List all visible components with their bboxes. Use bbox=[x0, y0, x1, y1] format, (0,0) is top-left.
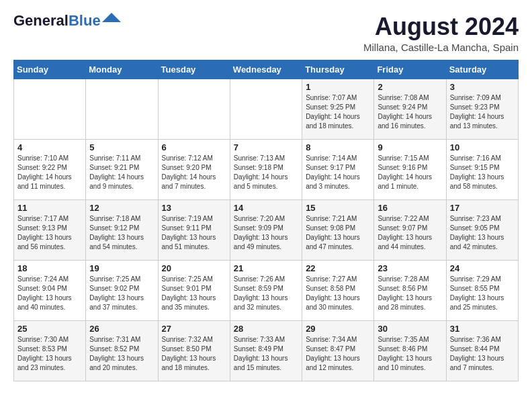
day-number: 19 bbox=[89, 263, 154, 273]
day-number: 1 bbox=[306, 82, 370, 92]
calendar-cell: 3Sunrise: 7:09 AM Sunset: 9:23 PM Daylig… bbox=[446, 79, 518, 139]
cell-text: Sunrise: 7:27 AM Sunset: 8:58 PM Dayligh… bbox=[306, 275, 370, 312]
cell-text: Sunrise: 7:10 AM Sunset: 9:22 PM Dayligh… bbox=[17, 154, 82, 191]
cell-text: Sunrise: 7:08 AM Sunset: 9:24 PM Dayligh… bbox=[378, 93, 442, 131]
day-headers-row: SundayMondayTuesdayWednesdayThursdayFrid… bbox=[14, 60, 519, 79]
cell-text: Sunrise: 7:07 AM Sunset: 9:25 PM Dayligh… bbox=[306, 93, 370, 131]
calendar-cell bbox=[86, 79, 158, 139]
day-number: 14 bbox=[234, 203, 298, 213]
calendar-cell: 6Sunrise: 7:12 AM Sunset: 9:20 PM Daylig… bbox=[158, 139, 230, 199]
calendar-cell: 1Sunrise: 7:07 AM Sunset: 9:25 PM Daylig… bbox=[302, 79, 374, 139]
cell-text: Sunrise: 7:20 AM Sunset: 9:09 PM Dayligh… bbox=[234, 214, 298, 252]
cell-text: Sunrise: 7:16 AM Sunset: 9:15 PM Dayligh… bbox=[450, 154, 515, 191]
day-header-friday: Friday bbox=[374, 60, 446, 79]
calendar-cell: 25Sunrise: 7:30 AM Sunset: 8:53 PM Dayli… bbox=[14, 320, 86, 381]
day-number: 24 bbox=[450, 263, 515, 273]
cell-text: Sunrise: 7:33 AM Sunset: 8:49 PM Dayligh… bbox=[234, 335, 298, 373]
day-number: 2 bbox=[378, 82, 442, 92]
calendar-week-row: 25Sunrise: 7:30 AM Sunset: 8:53 PM Dayli… bbox=[14, 320, 519, 381]
page-header: GeneralBlue August 2024 Millana, Castill… bbox=[13, 13, 519, 53]
logo-blue: Blue bbox=[69, 12, 101, 29]
cell-text: Sunrise: 7:18 AM Sunset: 9:12 PM Dayligh… bbox=[89, 214, 154, 252]
cell-text: Sunrise: 7:29 AM Sunset: 8:55 PM Dayligh… bbox=[450, 275, 515, 312]
day-header-wednesday: Wednesday bbox=[230, 60, 302, 79]
cell-text: Sunrise: 7:21 AM Sunset: 9:08 PM Dayligh… bbox=[306, 214, 370, 252]
cell-text: Sunrise: 7:31 AM Sunset: 8:52 PM Dayligh… bbox=[89, 335, 154, 373]
cell-text: Sunrise: 7:09 AM Sunset: 9:23 PM Dayligh… bbox=[450, 93, 515, 131]
day-number: 28 bbox=[234, 324, 298, 334]
calendar-cell: 21Sunrise: 7:26 AM Sunset: 8:59 PM Dayli… bbox=[230, 260, 302, 320]
logo: GeneralBlue bbox=[13, 13, 121, 28]
day-number: 6 bbox=[162, 142, 226, 152]
day-number: 22 bbox=[306, 263, 370, 273]
calendar-body: 1Sunrise: 7:07 AM Sunset: 9:25 PM Daylig… bbox=[14, 79, 519, 381]
cell-text: Sunrise: 7:30 AM Sunset: 8:53 PM Dayligh… bbox=[17, 335, 82, 373]
calendar-cell: 28Sunrise: 7:33 AM Sunset: 8:49 PM Dayli… bbox=[230, 320, 302, 381]
day-header-thursday: Thursday bbox=[302, 60, 374, 79]
calendar-week-row: 1Sunrise: 7:07 AM Sunset: 9:25 PM Daylig… bbox=[14, 79, 519, 139]
cell-text: Sunrise: 7:25 AM Sunset: 9:01 PM Dayligh… bbox=[162, 275, 226, 312]
calendar-header: SundayMondayTuesdayWednesdayThursdayFrid… bbox=[14, 60, 519, 79]
calendar-cell: 27Sunrise: 7:32 AM Sunset: 8:50 PM Dayli… bbox=[158, 320, 230, 381]
calendar-cell: 14Sunrise: 7:20 AM Sunset: 9:09 PM Dayli… bbox=[230, 199, 302, 260]
cell-text: Sunrise: 7:13 AM Sunset: 9:18 PM Dayligh… bbox=[234, 154, 298, 191]
calendar-week-row: 18Sunrise: 7:24 AM Sunset: 9:04 PM Dayli… bbox=[14, 260, 519, 320]
day-number: 29 bbox=[306, 324, 370, 334]
calendar-cell: 5Sunrise: 7:11 AM Sunset: 9:21 PM Daylig… bbox=[86, 139, 158, 199]
calendar-cell: 19Sunrise: 7:25 AM Sunset: 9:02 PM Dayli… bbox=[86, 260, 158, 320]
day-number: 8 bbox=[306, 142, 370, 152]
cell-text: Sunrise: 7:28 AM Sunset: 8:56 PM Dayligh… bbox=[378, 275, 442, 312]
day-number: 27 bbox=[162, 324, 226, 334]
day-number: 21 bbox=[234, 263, 298, 273]
calendar-table: SundayMondayTuesdayWednesdayThursdayFrid… bbox=[13, 60, 519, 381]
calendar-cell: 8Sunrise: 7:14 AM Sunset: 9:17 PM Daylig… bbox=[302, 139, 374, 199]
calendar-cell: 24Sunrise: 7:29 AM Sunset: 8:55 PM Dayli… bbox=[446, 260, 518, 320]
day-number: 16 bbox=[378, 203, 442, 213]
cell-text: Sunrise: 7:17 AM Sunset: 9:13 PM Dayligh… bbox=[17, 214, 82, 252]
calendar-cell: 30Sunrise: 7:35 AM Sunset: 8:46 PM Dayli… bbox=[374, 320, 446, 381]
calendar-cell: 2Sunrise: 7:08 AM Sunset: 9:24 PM Daylig… bbox=[374, 79, 446, 139]
cell-text: Sunrise: 7:32 AM Sunset: 8:50 PM Dayligh… bbox=[162, 335, 226, 373]
calendar-cell: 18Sunrise: 7:24 AM Sunset: 9:04 PM Dayli… bbox=[14, 260, 86, 320]
cell-text: Sunrise: 7:24 AM Sunset: 9:04 PM Dayligh… bbox=[17, 275, 82, 312]
day-number: 18 bbox=[17, 263, 82, 273]
calendar-cell: 4Sunrise: 7:10 AM Sunset: 9:22 PM Daylig… bbox=[14, 139, 86, 199]
day-number: 9 bbox=[378, 142, 442, 152]
cell-text: Sunrise: 7:25 AM Sunset: 9:02 PM Dayligh… bbox=[89, 275, 154, 312]
calendar-cell: 23Sunrise: 7:28 AM Sunset: 8:56 PM Dayli… bbox=[374, 260, 446, 320]
day-number: 26 bbox=[89, 324, 154, 334]
calendar-cell: 15Sunrise: 7:21 AM Sunset: 9:08 PM Dayli… bbox=[302, 199, 374, 260]
day-header-saturday: Saturday bbox=[446, 60, 518, 79]
logo-general: General bbox=[13, 12, 69, 29]
calendar-cell: 29Sunrise: 7:34 AM Sunset: 8:47 PM Dayli… bbox=[302, 320, 374, 381]
cell-text: Sunrise: 7:36 AM Sunset: 8:44 PM Dayligh… bbox=[450, 335, 515, 373]
calendar-cell bbox=[230, 79, 302, 139]
day-number: 7 bbox=[234, 142, 298, 152]
day-number: 23 bbox=[378, 263, 442, 273]
calendar-cell: 17Sunrise: 7:23 AM Sunset: 9:05 PM Dayli… bbox=[446, 199, 518, 260]
cell-text: Sunrise: 7:35 AM Sunset: 8:46 PM Dayligh… bbox=[378, 335, 442, 373]
calendar-cell: 20Sunrise: 7:25 AM Sunset: 9:01 PM Dayli… bbox=[158, 260, 230, 320]
day-number: 30 bbox=[378, 324, 442, 334]
day-header-monday: Monday bbox=[86, 60, 158, 79]
svg-marker-0 bbox=[102, 13, 121, 22]
calendar-cell: 12Sunrise: 7:18 AM Sunset: 9:12 PM Dayli… bbox=[86, 199, 158, 260]
day-number: 3 bbox=[450, 82, 515, 92]
day-number: 15 bbox=[306, 203, 370, 213]
day-number: 10 bbox=[450, 142, 515, 152]
calendar-cell bbox=[14, 79, 86, 139]
calendar-cell: 10Sunrise: 7:16 AM Sunset: 9:15 PM Dayli… bbox=[446, 139, 518, 199]
cell-text: Sunrise: 7:26 AM Sunset: 8:59 PM Dayligh… bbox=[234, 275, 298, 312]
cell-text: Sunrise: 7:34 AM Sunset: 8:47 PM Dayligh… bbox=[306, 335, 370, 373]
day-number: 12 bbox=[89, 203, 154, 213]
cell-text: Sunrise: 7:22 AM Sunset: 9:07 PM Dayligh… bbox=[378, 214, 442, 252]
logo-arrow-icon bbox=[102, 13, 121, 22]
cell-text: Sunrise: 7:14 AM Sunset: 9:17 PM Dayligh… bbox=[306, 154, 370, 191]
calendar-week-row: 11Sunrise: 7:17 AM Sunset: 9:13 PM Dayli… bbox=[14, 199, 519, 260]
calendar-cell: 26Sunrise: 7:31 AM Sunset: 8:52 PM Dayli… bbox=[86, 320, 158, 381]
cell-text: Sunrise: 7:19 AM Sunset: 9:11 PM Dayligh… bbox=[162, 214, 226, 252]
day-number: 31 bbox=[450, 324, 515, 334]
day-number: 5 bbox=[89, 142, 154, 152]
cell-text: Sunrise: 7:23 AM Sunset: 9:05 PM Dayligh… bbox=[450, 214, 515, 252]
day-number: 17 bbox=[450, 203, 515, 213]
